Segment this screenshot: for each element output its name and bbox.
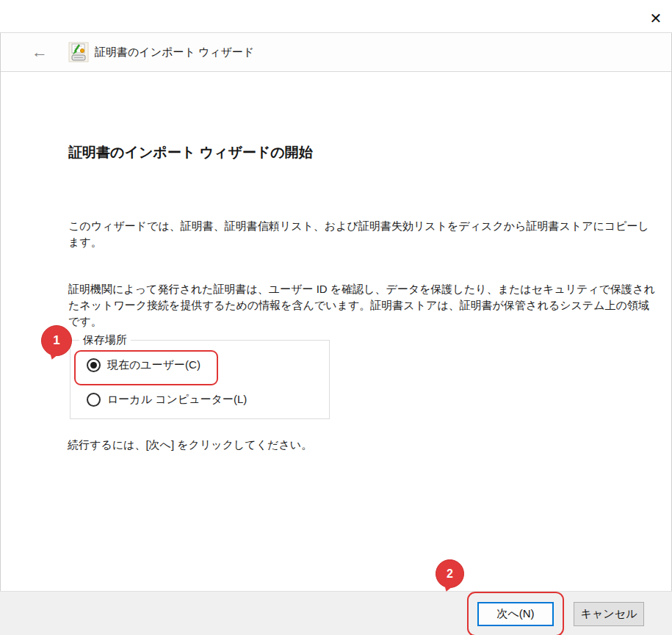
back-button[interactable]: ← [27,42,52,62]
certificate-import-wizard-screen: ✕ ← 証明書のインポート ウィザード 証明書のインポート ウィザードの開 [0,0,672,635]
cancel-button[interactable]: キャンセル [574,602,644,626]
annotation-step-1-badge: 1 [41,325,72,356]
store-location-label: 保存場所 [79,333,131,347]
certificate-import-icon [68,42,89,62]
close-icon[interactable]: ✕ [645,7,667,29]
radio-local-machine-label: ローカル コンピューター(L) [107,393,247,407]
radio-current-user[interactable]: 現在のユーザー(C) [87,358,200,372]
page-heading: 証明書のインポート ウィザードの開始 [68,143,313,162]
wizard-header: ← 証明書のインポート ウィザード [1,33,671,72]
next-button[interactable]: 次へ(N) [477,602,554,626]
continue-instruction: 続行するには、[次へ] をクリックしてください。 [68,438,312,452]
radio-current-user-label: 現在のユーザー(C) [107,358,200,372]
radio-local-machine-icon[interactable] [87,393,101,407]
footer-bar [0,591,672,635]
radio-current-user-icon[interactable] [87,358,101,372]
annotation-step-2-badge: 2 [436,559,464,588]
description-paragraph: 証明機関によって発行された証明書は、ユーザー ID を確認し、データを保護したり… [68,281,660,330]
intro-paragraph: このウィザードでは、証明書、証明書信頼リスト、および証明書失効リストをディスクか… [68,218,660,250]
store-location-groupbox: 保存場所 現在のユーザー(C) ローカル コンピューター(L) [70,340,330,419]
radio-local-machine[interactable]: ローカル コンピューター(L) [87,393,247,407]
wizard-title: 証明書のインポート ウィザード [95,46,254,59]
